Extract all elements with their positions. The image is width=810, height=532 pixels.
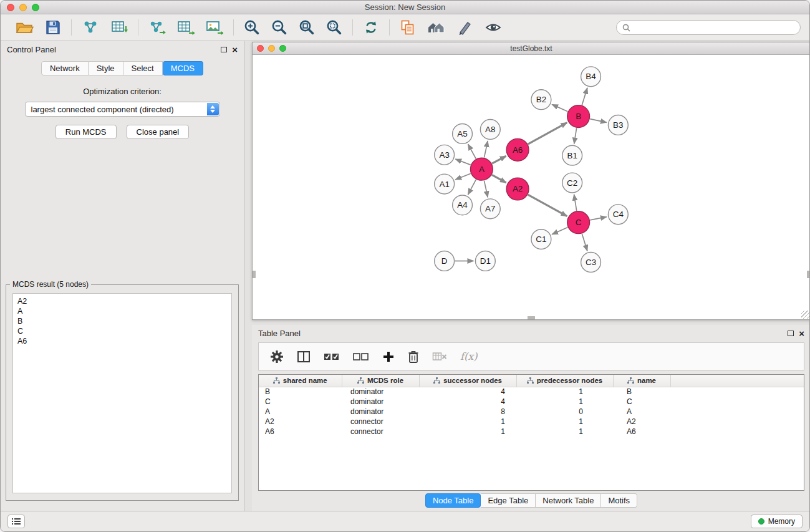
network-canvas[interactable]: B4B2BB3A8A5A6A3B1AC2A1A2A4A7C4CC1DD1C3: [253, 56, 810, 319]
column-header-shared-name[interactable]: shared name: [259, 375, 342, 387]
table-row[interactable]: A2connector11A2: [259, 417, 804, 427]
function-builder-icon[interactable]: f(x): [460, 351, 477, 362]
graph-node-A7[interactable]: A7: [480, 199, 500, 219]
memory-button[interactable]: Memory: [751, 515, 803, 528]
graph-node-C4[interactable]: C4: [608, 205, 628, 225]
graph-node-A4[interactable]: A4: [453, 195, 473, 215]
tab-network-table[interactable]: Network Table: [536, 493, 601, 508]
mcds-result-item[interactable]: A2: [17, 296, 227, 306]
graph-node-A8[interactable]: A8: [480, 120, 500, 140]
graph-node-A[interactable]: A: [470, 158, 493, 180]
float-table-panel-icon[interactable]: [788, 331, 794, 336]
close-panel-button[interactable]: Close panel: [127, 125, 190, 139]
optimization-criterion-select[interactable]: largest connected component (directed): [25, 102, 220, 117]
columns-icon[interactable]: [297, 351, 311, 363]
column-header-mcds-role[interactable]: MCDS role: [342, 375, 419, 387]
graph-edge-A-A6[interactable]: [492, 156, 506, 163]
graph-edge-A-A7[interactable]: [484, 181, 488, 198]
graph-node-B3[interactable]: B3: [608, 115, 628, 135]
tab-network[interactable]: Network: [41, 61, 89, 75]
select-all-icon[interactable]: [324, 352, 340, 362]
import-table-icon[interactable]: [110, 19, 128, 36]
export-table-icon[interactable]: [177, 19, 195, 36]
refresh-layout-icon[interactable]: [363, 19, 379, 36]
graph-node-A6[interactable]: A6: [506, 138, 529, 161]
import-network-icon[interactable]: [82, 19, 99, 36]
graph-edge-A-A1[interactable]: [455, 173, 471, 180]
export-image-icon[interactable]: [206, 19, 223, 36]
deselect-all-icon[interactable]: [353, 352, 369, 362]
table-row[interactable]: Cdominator41C: [259, 397, 804, 407]
session-documents-icon[interactable]: [400, 19, 416, 36]
graph-edge-A-A2[interactable]: [492, 175, 506, 183]
style-pen-icon[interactable]: [457, 19, 473, 36]
graph-node-A1[interactable]: A1: [435, 174, 455, 194]
column-header-predecessor-nodes[interactable]: predecessor nodes: [516, 375, 613, 387]
graph-node-D[interactable]: D: [435, 251, 455, 271]
mcds-result-list[interactable]: A2ABCA6: [12, 293, 232, 493]
run-mcds-button[interactable]: Run MCDS: [55, 125, 117, 139]
add-row-icon[interactable]: [382, 351, 395, 363]
graph-node-B2[interactable]: B2: [531, 90, 551, 110]
graph-node-B1[interactable]: B1: [562, 145, 582, 165]
graph-node-A3[interactable]: A3: [435, 145, 455, 165]
graph-edge-A-A4[interactable]: [468, 180, 476, 195]
graph-node-A5[interactable]: A5: [453, 123, 473, 143]
column-header-name[interactable]: name: [613, 375, 670, 387]
eye-icon[interactable]: [485, 19, 502, 36]
graph-node-A2[interactable]: A2: [506, 178, 529, 200]
task-history-button[interactable]: [7, 515, 25, 528]
gear-icon[interactable]: [270, 350, 284, 364]
tab-select[interactable]: Select: [123, 61, 163, 75]
zoom-out-icon[interactable]: [271, 19, 287, 36]
graph-edge-A-A8[interactable]: [484, 141, 488, 158]
graph-node-C1[interactable]: C1: [531, 230, 551, 249]
home-icon[interactable]: [427, 19, 446, 36]
graph-edge-A2-C[interactable]: [528, 195, 567, 216]
graph-edge-A6-B[interactable]: [528, 123, 567, 145]
column-header-successor-nodes[interactable]: successor nodes: [419, 375, 516, 387]
graph-edge-B-B4[interactable]: [582, 88, 587, 105]
search-input[interactable]: [633, 23, 794, 32]
graph-edge-A-A5[interactable]: [468, 144, 476, 158]
mcds-result-item[interactable]: A: [17, 306, 227, 316]
graph-edge-B-B3[interactable]: [590, 119, 607, 123]
save-icon[interactable]: [45, 19, 61, 36]
graph-edge-B-B2[interactable]: [552, 104, 567, 111]
mcds-result-item[interactable]: C: [17, 326, 227, 336]
close-table-panel-icon[interactable]: ×: [799, 329, 804, 338]
graph-edge-A-A3[interactable]: [455, 159, 470, 165]
table-row[interactable]: Bdominator41B: [259, 387, 804, 397]
tab-edge-table[interactable]: Edge Table: [481, 493, 536, 508]
graph-node-C[interactable]: C: [567, 211, 590, 234]
graph-node-C3[interactable]: C3: [581, 253, 601, 273]
graph-node-C2[interactable]: C2: [562, 173, 582, 193]
graph-edge-C-C2[interactable]: [574, 195, 577, 211]
tab-style[interactable]: Style: [89, 61, 123, 75]
zoom-selected-icon[interactable]: [326, 19, 342, 36]
close-panel-icon[interactable]: ×: [232, 46, 238, 54]
graph-edge-C-C3[interactable]: [582, 234, 587, 251]
mcds-result-item[interactable]: B: [17, 316, 227, 326]
graph-node-D1[interactable]: D1: [475, 251, 495, 271]
tab-node-table[interactable]: Node Table: [425, 493, 481, 508]
table-row[interactable]: Adominator80A: [259, 407, 804, 417]
graph-edge-B-B1[interactable]: [574, 128, 577, 143]
zoom-in-icon[interactable]: [244, 19, 260, 36]
table-row[interactable]: A6connector11A6: [259, 427, 804, 437]
delete-table-icon[interactable]: [432, 351, 447, 362]
resize-grip[interactable]: [801, 311, 809, 319]
open-folder-icon[interactable]: [15, 19, 34, 36]
graph-node-B4[interactable]: B4: [581, 67, 601, 87]
search-box[interactable]: [616, 20, 801, 35]
graph-edge-C-C4[interactable]: [590, 217, 607, 220]
float-panel-icon[interactable]: [221, 47, 227, 52]
network-graph[interactable]: B4B2BB3A8A5A6A3B1AC2A1A2A4A7C4CC1DD1C3: [253, 56, 810, 319]
graph-edge-C-C1[interactable]: [552, 227, 567, 234]
mcds-result-item[interactable]: A6: [17, 336, 227, 346]
tab-motifs[interactable]: Motifs: [601, 493, 637, 508]
tab-mcds[interactable]: MCDS: [163, 61, 203, 75]
delete-row-icon[interactable]: [408, 350, 419, 364]
zoom-fit-icon[interactable]: [299, 19, 315, 36]
export-network-icon[interactable]: [148, 19, 166, 36]
